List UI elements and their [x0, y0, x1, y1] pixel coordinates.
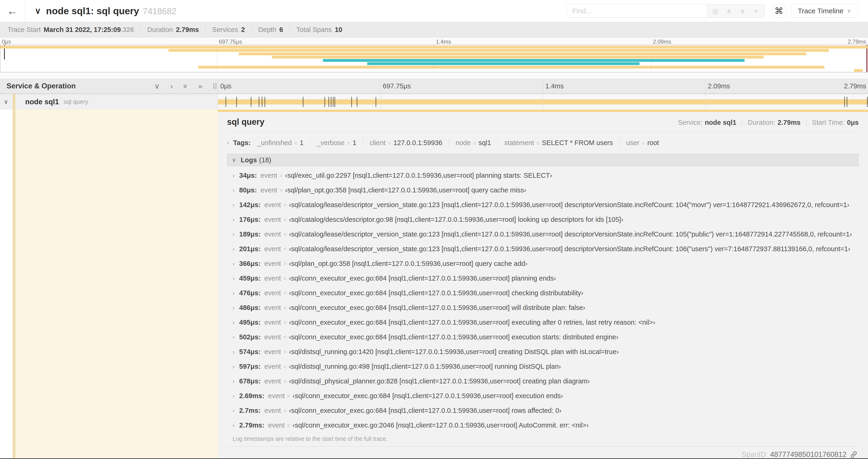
span-detail-panel: sql query Service:node sql1Duration:2.79…	[218, 110, 868, 458]
overview-value: 2.79ms	[777, 119, 800, 126]
logs-header[interactable]: ∨ Logs (18)	[227, 154, 859, 166]
minimap-span-bar	[198, 66, 825, 69]
ruler-tick-label: 1.4ms	[434, 38, 451, 45]
overview-label: Start Time:	[812, 119, 845, 126]
log-row[interactable]: ›2.7ms:event=‹sql/conn_executor_exec.go:…	[227, 403, 859, 418]
span-detail-row: sql query Service:node sql1Duration:2.79…	[0, 110, 868, 458]
summary-divider	[289, 26, 290, 33]
log-row[interactable]: ›189μs:event=‹sql/catalog/lease/descript…	[227, 227, 859, 242]
ruler-tick-label: 0μs	[218, 82, 231, 90]
log-row[interactable]: ›80μs:event=‹sql/plan_opt.go:358 [nsql1,…	[227, 183, 859, 198]
tag-key: user	[626, 139, 639, 147]
minimap-span-bar	[323, 59, 745, 62]
log-field-key: event	[265, 407, 281, 415]
summary-value: 6	[279, 26, 283, 34]
log-field-value: ‹sql/conn_executor_exec.go:684 [nsql1,cl…	[289, 333, 618, 341]
summary-item: Services2	[212, 26, 245, 34]
timeline-minimap: 0μs697.75μs1.4ms2.09ms2.79ms	[0, 38, 868, 72]
log-equals: =	[283, 202, 286, 208]
tag-key: _verbose	[317, 139, 345, 147]
tag-equals: =	[347, 140, 350, 146]
log-row[interactable]: ›495μs:event=‹sql/conn_executor_exec.go:…	[227, 315, 859, 330]
log-field-value: ‹sql/conn_executor_exec.go:684 [nsql1,cl…	[289, 319, 655, 326]
find-input[interactable]	[566, 4, 707, 18]
log-row[interactable]: ›2.69ms:event=‹sql/conn_executor_exec.go…	[227, 389, 859, 403]
log-event-tick	[867, 97, 868, 107]
log-row[interactable]: ›597μs:event=‹sql/distsql_running.go:498…	[227, 359, 859, 374]
clear-search-icon[interactable]: ×	[749, 7, 763, 15]
log-row[interactable]: ›476μs:event=‹sql/conn_executor_exec.go:…	[227, 286, 859, 300]
chevron-right-icon: ›	[227, 139, 229, 146]
keyboard-shortcuts-button[interactable]: ⌘	[772, 4, 786, 18]
tag-value: 127.0.0.1:59936	[394, 139, 442, 147]
span-collapse-icon[interactable]: ∨	[4, 98, 12, 105]
log-row[interactable]: ›2.79ms:event=‹sql/conn_executor_exec.go…	[227, 418, 859, 433]
log-row[interactable]: ›142μs:event=‹sql/catalog/lease/descript…	[227, 198, 859, 212]
summary-item: Depth6	[258, 26, 283, 34]
span-row[interactable]: ∨ node sql1 sql query	[0, 94, 868, 110]
prev-match-icon[interactable]: ∧	[722, 7, 736, 15]
log-event-tick	[324, 97, 325, 107]
log-equals: =	[280, 187, 283, 194]
column-resizer[interactable]	[214, 83, 216, 89]
log-event-tick	[376, 97, 376, 107]
log-event-tick	[335, 97, 335, 107]
view-selector-button[interactable]: Trace Timeline ∨	[791, 4, 858, 18]
trace-collapse-icon[interactable]: ∨	[35, 6, 41, 16]
next-match-icon[interactable]: ∨	[736, 7, 749, 15]
span-color-accent	[12, 94, 16, 110]
log-row[interactable]: ›502μs:event=‹sql/conn_executor_exec.go:…	[227, 330, 859, 345]
chevron-right-icon: ›	[232, 290, 235, 296]
ruler-tick-label: 2.79ms	[844, 82, 866, 90]
summary-label: Depth	[258, 26, 276, 34]
ruler-tick-label: 697.75μs	[380, 82, 411, 90]
minimap-canvas[interactable]	[0, 45, 868, 72]
tag-value: root	[647, 139, 659, 147]
ruler-tick-label: 1.4ms	[543, 82, 564, 90]
chevron-right-icon: ›	[232, 363, 235, 370]
log-row[interactable]: ›34μs:event=‹sql/exec_util.go:2297 [nsql…	[227, 168, 859, 183]
chevron-right-icon: ›	[232, 246, 235, 252]
link-icon[interactable]	[850, 451, 858, 459]
log-field-key: event	[265, 245, 281, 253]
log-row[interactable]: ›201μs:event=‹sql/catalog/lease/descript…	[227, 242, 859, 256]
collapse-one-icon[interactable]: ∨	[154, 83, 160, 90]
log-timestamp: 678μs:	[239, 378, 260, 385]
back-button[interactable]: ←	[0, 0, 25, 22]
tag-equals: =	[536, 140, 540, 146]
log-row[interactable]: ›574μs:event=‹sql/distsql_running.go:142…	[227, 345, 859, 359]
log-field-key: event	[265, 230, 281, 238]
chevron-right-icon: ›	[232, 349, 235, 355]
log-equals: =	[283, 290, 286, 296]
log-equals: =	[283, 231, 286, 238]
log-field-key: event	[265, 363, 281, 370]
timeline-grid-line	[543, 94, 543, 110]
minimap-span-row	[0, 53, 868, 55]
detail-divider	[227, 132, 859, 133]
log-row[interactable]: ›366μs:event=‹sql/plan_opt.go:358 [nsql1…	[227, 256, 859, 271]
tag-item: _verbose=1	[317, 139, 356, 147]
expand-one-icon[interactable]: ›	[170, 83, 173, 90]
summary-divider	[205, 26, 206, 33]
span-name-cell[interactable]: ∨ node sql1 sql query	[0, 94, 218, 110]
log-row[interactable]: ›678μs:event=‹sql/distsql_physical_plann…	[227, 374, 859, 389]
summary-value: 2.79ms	[176, 26, 199, 34]
expand-all-icon[interactable]: »	[198, 83, 202, 90]
collapse-all-icon[interactable]: »	[182, 84, 189, 88]
timeline-ruler: 0μs697.75μs1.4ms2.09ms2.79ms	[218, 78, 868, 94]
log-event-tick	[236, 97, 237, 107]
log-row[interactable]: ›459μs:event=‹sql/conn_executor_exec.go:…	[227, 271, 859, 286]
tag-item: user=root	[626, 139, 659, 147]
locate-match-icon[interactable]: ◎	[709, 7, 722, 15]
log-row[interactable]: ›486μs:event=‹sql/conn_executor_exec.go:…	[227, 300, 859, 315]
log-row[interactable]: ›176μs:event=‹sql/catalog/descs/descript…	[227, 212, 859, 227]
log-field-key: event	[265, 348, 281, 356]
log-field-value: ‹sql/distsql_running.go:498 [nsql1,clien…	[289, 363, 561, 370]
minimap-span-row	[0, 49, 868, 52]
log-field-key: event	[260, 172, 277, 179]
log-field-key: event	[265, 274, 281, 282]
tags-row[interactable]: › Tags: _unfinished=1_verbose=1client=12…	[227, 138, 859, 147]
log-field-key: event	[268, 392, 285, 400]
tag-equals: =	[294, 140, 298, 146]
overview-label: Duration:	[748, 119, 775, 126]
